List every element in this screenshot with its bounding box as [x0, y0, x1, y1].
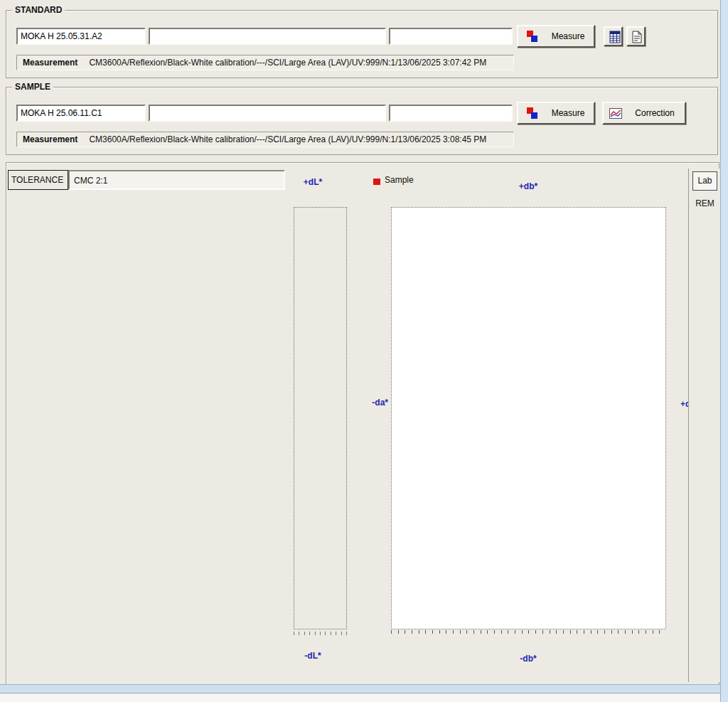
da-axis-left-label: -da*	[360, 398, 388, 408]
dl-chart	[294, 207, 347, 629]
correction-button[interactable]: Correction	[602, 102, 686, 124]
bottom-scroll-strip[interactable]	[0, 684, 720, 693]
correction-chart-icon	[609, 108, 622, 119]
measure-button-label: Measure	[542, 26, 594, 46]
standard-measurement-bar: MeasurementCM3600A/Reflexion/Black-White…	[16, 55, 514, 70]
standard-measure-button[interactable]: Measure	[517, 25, 595, 48]
sample-measurement-info: CM3600A/Reflexion/Black-White calibratio…	[89, 134, 486, 144]
standard-name-input[interactable]	[16, 28, 146, 45]
app-window: STANDARD Measure	[0, 0, 728, 702]
sample-group-title: SAMPLE	[12, 82, 53, 92]
data-list-button[interactable]	[604, 26, 623, 46]
sample-measurement-bar: MeasurementCM3600A/Reflexion/Black-White…	[16, 132, 514, 147]
standard-field-2[interactable]	[149, 28, 386, 45]
report-button[interactable]	[626, 26, 646, 46]
db-axis-top-label: +db*	[513, 181, 544, 191]
correction-button-label: Correction	[625, 103, 685, 123]
dadb-chart	[391, 207, 666, 629]
right-scroll-strip[interactable]	[720, 0, 728, 702]
tolerance-value-field[interactable]: CMC 2:1	[68, 170, 285, 190]
dl-axis-top-label: +dL*	[296, 177, 329, 187]
sample-measurement-label: Measurement	[23, 134, 77, 144]
dadb-chart-x-tick-strip	[391, 630, 666, 634]
document-icon	[632, 31, 642, 43]
sample-groupbox: SAMPLE Measure Correction MeasurementCM3…	[6, 87, 718, 155]
tolerance-label-cell: TOLERANCE	[8, 170, 68, 190]
measure-blue-square-icon	[531, 36, 537, 42]
standard-field-3[interactable]	[389, 28, 513, 45]
measure-blue-square-icon	[531, 112, 537, 119]
measure-button-label: Measure	[542, 103, 594, 123]
chart-side-panel: Lab REM	[688, 169, 720, 682]
standard-groupbox: STANDARD Measure	[6, 10, 718, 78]
legend-sample-marker-icon	[373, 179, 380, 185]
calculator-icon	[609, 31, 621, 43]
zoom-button-group	[689, 169, 721, 682]
sample-field-3[interactable]	[389, 105, 513, 122]
legend-sample-label: Sample	[385, 175, 414, 185]
standard-measurement-label: Measurement	[23, 58, 77, 68]
bottom-margin	[0, 694, 720, 702]
standard-measurement-info: CM3600A/Reflexion/Black-White calibratio…	[89, 58, 486, 68]
tolerance-table	[8, 191, 285, 682]
standard-group-title: STANDARD	[12, 5, 65, 15]
dl-axis-bottom-label: -dL*	[296, 651, 329, 661]
results-panel: TOLERANCE CMC 2:1 Sample +dL* -dL* +db* …	[6, 162, 719, 686]
sample-measure-button[interactable]: Measure	[517, 102, 595, 124]
dl-chart-x-tick-strip	[294, 632, 347, 635]
db-axis-bottom-label: -db*	[513, 654, 544, 664]
sample-field-2[interactable]	[149, 105, 386, 122]
sample-name-input[interactable]	[16, 105, 146, 122]
